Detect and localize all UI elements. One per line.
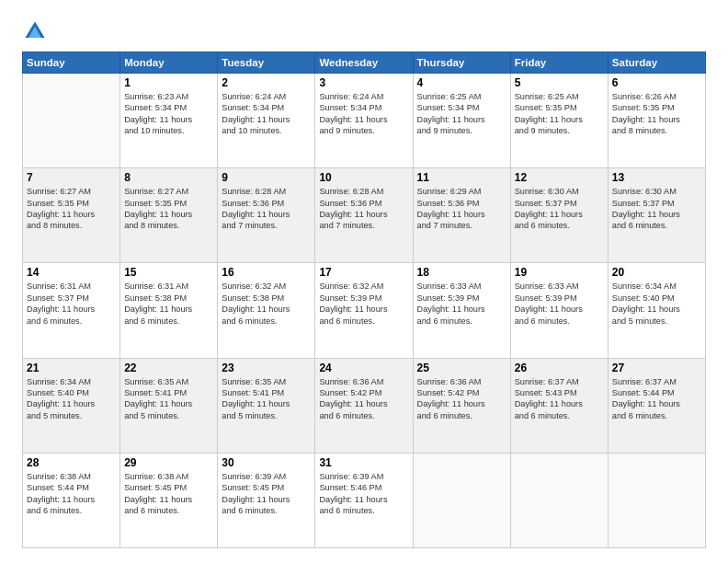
day-number: 13 [612, 171, 701, 184]
day-of-week-header: Tuesday [218, 52, 315, 74]
day-of-week-header: Friday [510, 52, 608, 74]
day-info: Sunrise: 6:39 AM Sunset: 5:45 PM Dayligh… [222, 471, 311, 517]
day-info: Sunrise: 6:31 AM Sunset: 5:37 PM Dayligh… [27, 281, 116, 327]
day-info: Sunrise: 6:28 AM Sunset: 5:36 PM Dayligh… [222, 186, 311, 232]
day-of-week-header: Sunday [23, 52, 120, 74]
calendar-header: SundayMondayTuesdayWednesdayThursdayFrid… [23, 52, 706, 74]
calendar-day-cell: 1Sunrise: 6:23 AM Sunset: 5:34 PM Daylig… [120, 74, 218, 168]
day-number: 3 [319, 76, 408, 89]
day-number: 22 [124, 362, 213, 374]
day-number: 9 [222, 171, 311, 184]
calendar-day-cell: 4Sunrise: 6:25 AM Sunset: 5:34 PM Daylig… [413, 74, 510, 168]
day-info: Sunrise: 6:32 AM Sunset: 5:38 PM Dayligh… [222, 281, 311, 327]
day-number: 27 [612, 362, 701, 374]
day-info: Sunrise: 6:37 AM Sunset: 5:44 PM Dayligh… [612, 376, 701, 422]
day-info: Sunrise: 6:35 AM Sunset: 5:41 PM Dayligh… [222, 376, 311, 422]
calendar-week-row: 7Sunrise: 6:27 AM Sunset: 5:35 PM Daylig… [23, 168, 706, 263]
day-number: 20 [612, 266, 701, 279]
day-number: 11 [417, 171, 506, 184]
calendar-day-cell: 24Sunrise: 6:36 AM Sunset: 5:42 PM Dayli… [315, 358, 413, 453]
calendar-day-cell: 8Sunrise: 6:27 AM Sunset: 5:35 PM Daylig… [120, 168, 218, 263]
calendar-day-cell: 9Sunrise: 6:28 AM Sunset: 5:36 PM Daylig… [218, 168, 315, 263]
day-number: 18 [417, 266, 506, 279]
calendar-day-cell: 21Sunrise: 6:34 AM Sunset: 5:40 PM Dayli… [23, 358, 120, 453]
calendar-day-cell: 16Sunrise: 6:32 AM Sunset: 5:38 PM Dayli… [218, 263, 315, 358]
day-number: 30 [222, 456, 311, 469]
day-number: 31 [319, 456, 408, 469]
day-info: Sunrise: 6:33 AM Sunset: 5:39 PM Dayligh… [417, 281, 506, 327]
calendar-day-cell: 12Sunrise: 6:30 AM Sunset: 5:37 PM Dayli… [510, 168, 608, 263]
calendar-day-cell: 28Sunrise: 6:38 AM Sunset: 5:44 PM Dayli… [23, 453, 120, 547]
day-info: Sunrise: 6:25 AM Sunset: 5:35 PM Dayligh… [515, 91, 604, 137]
calendar-day-cell [413, 453, 510, 547]
calendar-day-cell: 5Sunrise: 6:25 AM Sunset: 5:35 PM Daylig… [510, 74, 608, 168]
day-info: Sunrise: 6:38 AM Sunset: 5:45 PM Dayligh… [124, 471, 213, 517]
day-info: Sunrise: 6:25 AM Sunset: 5:34 PM Dayligh… [417, 91, 506, 137]
day-info: Sunrise: 6:33 AM Sunset: 5:39 PM Dayligh… [515, 281, 604, 327]
day-number: 12 [515, 171, 604, 184]
day-of-week-header: Thursday [413, 52, 510, 74]
day-info: Sunrise: 6:29 AM Sunset: 5:36 PM Dayligh… [417, 186, 506, 232]
calendar-day-cell [23, 74, 120, 168]
calendar-day-cell: 3Sunrise: 6:24 AM Sunset: 5:34 PM Daylig… [315, 74, 413, 168]
calendar-day-cell: 17Sunrise: 6:32 AM Sunset: 5:39 PM Dayli… [315, 263, 413, 358]
calendar-day-cell [608, 453, 705, 547]
day-info: Sunrise: 6:23 AM Sunset: 5:34 PM Dayligh… [124, 91, 213, 137]
day-number: 4 [417, 76, 506, 89]
day-number: 5 [515, 76, 604, 89]
day-of-week-header: Saturday [608, 52, 705, 74]
day-info: Sunrise: 6:27 AM Sunset: 5:35 PM Dayligh… [124, 186, 213, 232]
calendar-body: 1Sunrise: 6:23 AM Sunset: 5:34 PM Daylig… [23, 74, 706, 548]
page: SundayMondayTuesdayWednesdayThursdayFrid… [0, 0, 728, 563]
day-info: Sunrise: 6:27 AM Sunset: 5:35 PM Dayligh… [27, 186, 116, 232]
day-number: 19 [515, 266, 604, 279]
day-info: Sunrise: 6:34 AM Sunset: 5:40 PM Dayligh… [27, 376, 116, 422]
calendar-day-cell: 31Sunrise: 6:39 AM Sunset: 5:46 PM Dayli… [315, 453, 413, 547]
day-info: Sunrise: 6:26 AM Sunset: 5:35 PM Dayligh… [612, 91, 701, 137]
calendar-week-row: 14Sunrise: 6:31 AM Sunset: 5:37 PM Dayli… [23, 263, 706, 358]
calendar-day-cell: 11Sunrise: 6:29 AM Sunset: 5:36 PM Dayli… [413, 168, 510, 263]
day-number: 21 [27, 362, 116, 374]
day-number: 28 [27, 456, 116, 469]
day-info: Sunrise: 6:36 AM Sunset: 5:42 PM Dayligh… [319, 376, 408, 422]
calendar-day-cell [510, 453, 608, 547]
day-number: 17 [319, 266, 408, 279]
day-number: 1 [124, 76, 213, 89]
day-number: 26 [515, 362, 604, 374]
calendar-day-cell: 10Sunrise: 6:28 AM Sunset: 5:36 PM Dayli… [315, 168, 413, 263]
calendar-week-row: 21Sunrise: 6:34 AM Sunset: 5:40 PM Dayli… [23, 358, 706, 453]
day-number: 7 [27, 171, 116, 184]
day-number: 25 [417, 362, 506, 374]
calendar-day-cell: 26Sunrise: 6:37 AM Sunset: 5:43 PM Dayli… [510, 358, 608, 453]
header-row: SundayMondayTuesdayWednesdayThursdayFrid… [23, 52, 706, 74]
calendar-day-cell: 20Sunrise: 6:34 AM Sunset: 5:40 PM Dayli… [608, 263, 705, 358]
day-info: Sunrise: 6:24 AM Sunset: 5:34 PM Dayligh… [222, 91, 311, 137]
calendar-day-cell: 25Sunrise: 6:36 AM Sunset: 5:42 PM Dayli… [413, 358, 510, 453]
day-number: 29 [124, 456, 213, 469]
calendar-day-cell: 7Sunrise: 6:27 AM Sunset: 5:35 PM Daylig… [23, 168, 120, 263]
calendar-day-cell: 29Sunrise: 6:38 AM Sunset: 5:45 PM Dayli… [120, 453, 218, 547]
day-number: 10 [319, 171, 408, 184]
day-number: 14 [27, 266, 116, 279]
day-info: Sunrise: 6:39 AM Sunset: 5:46 PM Dayligh… [319, 471, 408, 517]
day-number: 8 [124, 171, 213, 184]
day-info: Sunrise: 6:32 AM Sunset: 5:39 PM Dayligh… [319, 281, 408, 327]
day-number: 6 [612, 76, 701, 89]
day-info: Sunrise: 6:36 AM Sunset: 5:42 PM Dayligh… [417, 376, 506, 422]
day-info: Sunrise: 6:30 AM Sunset: 5:37 PM Dayligh… [515, 186, 604, 232]
calendar-day-cell: 27Sunrise: 6:37 AM Sunset: 5:44 PM Dayli… [608, 358, 705, 453]
day-info: Sunrise: 6:38 AM Sunset: 5:44 PM Dayligh… [27, 471, 116, 517]
calendar-day-cell: 2Sunrise: 6:24 AM Sunset: 5:34 PM Daylig… [218, 74, 315, 168]
day-info: Sunrise: 6:35 AM Sunset: 5:41 PM Dayligh… [124, 376, 213, 422]
calendar-day-cell: 15Sunrise: 6:31 AM Sunset: 5:38 PM Dayli… [120, 263, 218, 358]
day-of-week-header: Monday [120, 52, 218, 74]
calendar-day-cell: 14Sunrise: 6:31 AM Sunset: 5:37 PM Dayli… [23, 263, 120, 358]
day-number: 23 [222, 362, 311, 374]
day-number: 16 [222, 266, 311, 279]
logo-icon [22, 18, 48, 44]
day-info: Sunrise: 6:31 AM Sunset: 5:38 PM Dayligh… [124, 281, 213, 327]
day-info: Sunrise: 6:24 AM Sunset: 5:34 PM Dayligh… [319, 91, 408, 137]
calendar-day-cell: 30Sunrise: 6:39 AM Sunset: 5:45 PM Dayli… [218, 453, 315, 547]
calendar-day-cell: 19Sunrise: 6:33 AM Sunset: 5:39 PM Dayli… [510, 263, 608, 358]
calendar-day-cell: 22Sunrise: 6:35 AM Sunset: 5:41 PM Dayli… [120, 358, 218, 453]
